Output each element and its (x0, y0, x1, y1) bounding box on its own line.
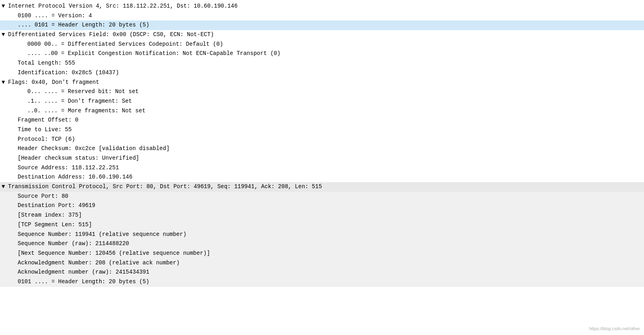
line-text-ack-number: Acknowledgment Number: 208 (relative ack… (18, 259, 180, 268)
packet-line-tcp-header-length: 0101 .... = Header Length: 20 bytes (5) (0, 277, 644, 287)
line-text-seq-number-raw: Sequence Number (raw): 2114488220 (18, 240, 129, 248)
line-text-flags-header: Flags: 0x40, Don't fragment (8, 78, 99, 87)
packet-line-fragment-offset: Fragment Offset: 0 (0, 116, 644, 125)
line-text-version: 0100 .... = Version: 4 (18, 12, 92, 20)
packet-line-seq-number: Sequence Number: 119941 (relative sequen… (0, 230, 644, 240)
toggle-icon-ipv4-header[interactable]: ▼ (2, 2, 8, 11)
line-text-reserved-bit: 0... .... = Reserved bit: Not set (27, 87, 139, 96)
line-text-dst-address: Destination Address: 10.60.190.146 (18, 173, 133, 182)
packet-line-header-checksum: Header Checksum: 0xc2ce [validation disa… (0, 144, 644, 154)
line-text-next-seq-number: [Next Sequence Number: 120456 (relative … (18, 249, 210, 258)
packet-line-dsf-header[interactable]: ▼ Differentiated Services Field: 0x00 (D… (0, 30, 644, 40)
line-text-tcp-header: Transmission Control Protocol, Src Port:… (8, 183, 322, 191)
line-text-seq-number: Sequence Number: 119941 (relative sequen… (18, 230, 186, 239)
packet-line-ipv4-header[interactable]: ▼ Internet Protocol Version 4, Src: 118.… (0, 2, 644, 11)
line-text-protocol: Protocol: TCP (6) (18, 135, 75, 144)
line-text-dscp: 0000 00.. = Differentiated Services Code… (27, 40, 223, 49)
packet-line-ack-number-raw: Acknowledgment number (raw): 2415434391 (0, 268, 644, 277)
packet-line-dst-port: Destination Port: 49619 (0, 201, 644, 211)
toggle-icon-tcp-header[interactable]: ▼ (2, 183, 8, 191)
packet-line-total-length: Total Length: 555 (0, 59, 644, 68)
packet-line-dst-address: Destination Address: 10.60.190.146 (0, 173, 644, 182)
line-text-more-fragments: ..0. .... = More fragments: Not set (27, 107, 145, 116)
packet-line-reserved-bit: 0... .... = Reserved bit: Not set (0, 87, 644, 97)
packet-line-ack-number: Acknowledgment Number: 208 (relative ack… (0, 258, 644, 268)
packet-line-header-length: .... 0101 = Header Length: 20 bytes (5) (0, 20, 644, 30)
line-text-tcp-segment-len: [TCP Segment Len: 515] (18, 221, 92, 229)
packet-line-next-seq-number: [Next Sequence Number: 120456 (relative … (0, 249, 644, 258)
line-text-ack-number-raw: Acknowledgment number (raw): 2415434391 (18, 268, 149, 277)
packet-line-protocol: Protocol: TCP (6) (0, 135, 644, 144)
packet-line-identification: Identification: 0x28c5 (10437) (0, 68, 644, 78)
line-text-src-port: Source Port: 80 (18, 192, 68, 201)
line-text-header-checksum-status: [Header checksum status: Unverified] (18, 154, 139, 163)
packet-line-dscp: 0000 00.. = Differentiated Services Code… (0, 40, 644, 49)
line-text-stream-index: [Stream index: 375] (18, 211, 82, 220)
packet-line-version: 0100 .... = Version: 4 (0, 11, 644, 21)
toggle-icon-flags-header[interactable]: ▼ (2, 78, 8, 87)
packet-line-src-port: Source Port: 80 (0, 192, 644, 201)
line-text-ecn: .... ..00 = Explicit Congestion Notifica… (27, 49, 280, 58)
line-text-ipv4-header: Internet Protocol Version 4, Src: 118.11… (8, 2, 237, 11)
packet-line-stream-index: [Stream index: 375] (0, 211, 644, 220)
line-text-dont-fragment: .1.. .... = Don't fragment: Set (27, 97, 132, 106)
line-text-identification: Identification: 0x28c5 (10437) (18, 69, 119, 77)
line-text-dsf-header: Differentiated Services Field: 0x00 (DSC… (8, 30, 214, 39)
packet-line-flags-header[interactable]: ▼ Flags: 0x40, Don't fragment (0, 78, 644, 87)
packet-line-tcp-header[interactable]: ▼ Transmission Control Protocol, Src Por… (0, 182, 644, 192)
line-text-dst-port: Destination Port: 49619 (18, 201, 95, 210)
packet-line-more-fragments: ..0. .... = More fragments: Not set (0, 106, 644, 116)
packet-line-tcp-segment-len: [TCP Segment Len: 515] (0, 220, 644, 230)
packet-line-ecn: .... ..00 = Explicit Congestion Notifica… (0, 49, 644, 59)
line-text-header-checksum: Header Checksum: 0xc2ce [validation disa… (18, 144, 170, 153)
packet-line-ttl: Time to Live: 55 (0, 125, 644, 135)
toggle-icon-dsf-header[interactable]: ▼ (2, 30, 8, 39)
packet-line-header-checksum-status: [Header checksum status: Unverified] (0, 154, 644, 163)
line-text-tcp-header-length: 0101 .... = Header Length: 20 bytes (5) (18, 278, 149, 286)
packet-line-src-address: Source Address: 118.112.22.251 (0, 163, 644, 173)
line-text-src-address: Source Address: 118.112.22.251 (18, 164, 119, 173)
packet-line-seq-number-raw: Sequence Number (raw): 2114488220 (0, 239, 644, 249)
line-text-fragment-offset: Fragment Offset: 0 (18, 116, 78, 125)
line-text-total-length: Total Length: 555 (18, 59, 75, 68)
line-text-header-length: .... 0101 = Header Length: 20 bytes (5) (18, 21, 149, 30)
packet-line-dont-fragment: .1.. .... = Don't fragment: Set (0, 97, 644, 106)
packet-detail-panel: ▼ Internet Protocol Version 4, Src: 118.… (0, 0, 644, 288)
watermark: https://blog.csdn.net/other (589, 326, 640, 331)
line-text-ttl: Time to Live: 55 (18, 126, 72, 134)
